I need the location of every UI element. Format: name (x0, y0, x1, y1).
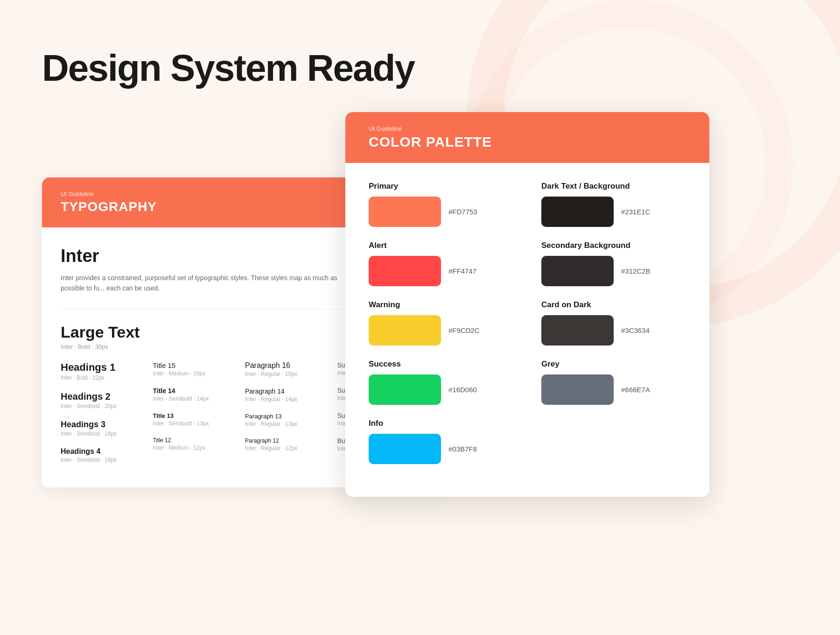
color-section-primary: Primary #FD7753 (369, 182, 513, 227)
card-dark-swatch (541, 315, 614, 346)
success-swatch (369, 374, 441, 405)
color-section-grey: Grey #666E7A (541, 360, 686, 405)
list-item: Paragraph 14 Inter · Regular · 14px (245, 388, 328, 402)
para-12-sub: Inter · Regular · 12px (245, 445, 328, 452)
color-section-alert: Alert #FF4747 (369, 241, 513, 286)
headings-column: Headings 1 Inter · Bold · 22px Headings … (61, 361, 153, 473)
list-item: Paragraph 16 Inter · Regular · 16px (245, 361, 328, 377)
color-primary-title: Primary (369, 182, 513, 191)
color-swatch-row: #231E1C (541, 197, 686, 227)
paragraphs-column: Paragraph 16 Inter · Regular · 16px Para… (245, 361, 337, 473)
para-13-sub: Inter · Regular · 13px (245, 421, 328, 427)
color-section-secondary-bg: Secondary Background #312C2B (541, 241, 686, 286)
warning-swatch (369, 315, 441, 346)
color-warning-title: Warning (369, 300, 513, 310)
alert-hex: #FF4747 (448, 267, 476, 275)
color-card-header: UI Guideline COLOR PALETTE (345, 112, 709, 163)
heading-2-label: Headings 2 (61, 391, 144, 402)
grey-hex: #666E7A (621, 386, 650, 394)
list-item: Title 15 Inter · Medium · 15px (153, 361, 236, 377)
info-hex: #03B7F8 (448, 445, 477, 453)
color-swatch-row: #312C2B (541, 256, 686, 286)
secondary-bg-hex: #312C2B (621, 267, 651, 275)
color-section-card-dark: Card on Dark #3C3634 (541, 300, 686, 346)
color-swatch-row: #FF4747 (369, 256, 513, 286)
title-15-sub: Inter · Medium · 15px (153, 370, 236, 377)
color-card-title: COLOR PALETTE (369, 134, 686, 150)
color-secondary-bg-title: Secondary Background (541, 241, 686, 250)
title-13-label: Title 13 (153, 412, 236, 419)
color-card-dark-title: Card on Dark (541, 300, 686, 310)
color-swatch-row: #FD7753 (369, 197, 513, 227)
list-item: Headings 4 Inter · Semibold · 16px (61, 447, 144, 463)
list-item: Title 14 Inter · Semibold · 14px (153, 387, 236, 402)
heading-3-sub: Inter · Semibold · 18px (61, 430, 144, 437)
dark-hex: #231E1C (621, 208, 651, 216)
heading-2-sub: Inter · Semibold · 20px (61, 403, 144, 409)
para-12-label: Paragraph 12 (245, 437, 328, 444)
color-palette-card: UI Guideline COLOR PALETTE Primary #FD77… (345, 112, 709, 497)
alert-swatch (369, 256, 441, 286)
grey-swatch (541, 374, 614, 405)
list-item: Paragraph 12 Inter · Regular · 12px (245, 437, 328, 452)
color-section-warning: Warning #F9CD2C (369, 300, 513, 346)
heading-1-label: Headings 1 (61, 361, 144, 374)
title-14-sub: Inter · Semibold · 14px (153, 395, 236, 402)
dark-swatch (541, 197, 614, 227)
color-swatch-row: #F9CD2C (369, 315, 513, 346)
para-16-sub: Inter · Regular · 16px (245, 371, 328, 377)
info-swatch (369, 434, 441, 464)
para-13-label: Paragraph 13 (245, 413, 328, 420)
list-item: Paragraph 13 Inter · Regular · 13px (245, 413, 328, 427)
title-12-sub: Inter · Medium · 12px (153, 444, 236, 451)
list-item: Headings 2 Inter · Semibold · 20px (61, 391, 144, 409)
title-12-label: Title 12 (153, 437, 236, 444)
color-section-success: Success #16D060 (369, 360, 513, 405)
color-grey-title: Grey (541, 360, 686, 369)
title-13-sub: Inter · Semibold · 13px (153, 420, 236, 427)
color-dark-title: Dark Text / Background (541, 182, 686, 191)
heading-4-label: Headings 4 (61, 447, 144, 456)
list-item: Title 13 Inter · Semibold · 13px (153, 412, 236, 427)
card-dark-hex: #3C3634 (621, 326, 650, 334)
list-item: Title 12 Inter · Medium · 12px (153, 437, 236, 451)
color-card-body: Primary #FD7753 Alert #FF4747 Warning #F… (345, 163, 709, 497)
color-right-column: Dark Text / Background #231E1C Secondary… (541, 182, 686, 478)
secondary-bg-swatch (541, 256, 614, 286)
color-left-column: Primary #FD7753 Alert #FF4747 Warning #F… (369, 182, 513, 478)
list-item: Headings 1 Inter · Bold · 22px (61, 361, 144, 381)
page-title: Design System Ready (42, 47, 414, 90)
color-success-title: Success (369, 360, 513, 369)
color-swatch-row: #16D060 (369, 374, 513, 405)
color-info-title: Info (369, 419, 513, 428)
color-swatch-row: #03B7F8 (369, 434, 513, 464)
para-14-sub: Inter · Regular · 14px (245, 396, 328, 402)
warning-hex: #F9CD2C (448, 326, 480, 334)
color-section-dark: Dark Text / Background #231E1C (541, 182, 686, 227)
heading-3-label: Headings 3 (61, 420, 144, 430)
color-section-info: Info #03B7F8 (369, 419, 513, 464)
para-16-label: Paragraph 16 (245, 361, 328, 370)
heading-4-sub: Inter · Semibold · 16px (61, 457, 144, 463)
success-hex: #16D060 (448, 386, 477, 394)
color-alert-title: Alert (369, 241, 513, 250)
primary-swatch (369, 197, 441, 227)
heading-1-sub: Inter · Bold · 22px (61, 374, 144, 381)
primary-hex: #FD7753 (448, 208, 477, 216)
color-swatch-row: #3C3634 (541, 315, 686, 346)
title-15-label: Title 15 (153, 361, 236, 369)
list-item: Headings 3 Inter · Semibold · 18px (61, 420, 144, 437)
font-description: Inter provides a constrained, purposeful… (61, 273, 341, 294)
titles-column: Title 15 Inter · Medium · 15px Title 14 … (153, 361, 245, 473)
color-swatch-row: #666E7A (541, 374, 686, 405)
color-guideline-label: UI Guideline (369, 125, 686, 132)
para-14-label: Paragraph 14 (245, 388, 328, 395)
title-14-label: Title 14 (153, 387, 236, 395)
